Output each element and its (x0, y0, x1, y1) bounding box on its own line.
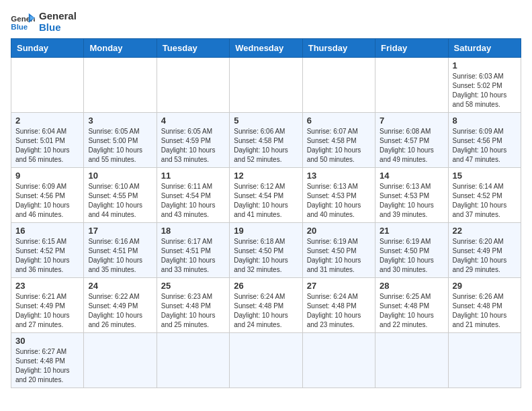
calendar-cell: 9Sunrise: 6:09 AM Sunset: 4:56 PM Daylig… (11, 168, 84, 223)
calendar-week-row: 2Sunrise: 6:04 AM Sunset: 5:01 PM Daylig… (11, 113, 521, 168)
day-info: Sunrise: 6:24 AM Sunset: 4:48 PM Dayligh… (234, 292, 298, 330)
day-info: Sunrise: 6:23 AM Sunset: 4:48 PM Dayligh… (161, 292, 225, 330)
calendar-cell: 28Sunrise: 6:25 AM Sunset: 4:48 PM Dayli… (375, 278, 448, 333)
logo: General Blue General Blue (11, 11, 77, 33)
day-info: Sunrise: 6:18 AM Sunset: 4:50 PM Dayligh… (234, 237, 298, 275)
calendar-week-row: 23Sunrise: 6:21 AM Sunset: 4:49 PM Dayli… (11, 278, 521, 333)
calendar-cell: 29Sunrise: 6:26 AM Sunset: 4:48 PM Dayli… (448, 278, 521, 333)
weekday-header-monday: Monday (84, 39, 157, 58)
calendar-cell (84, 58, 157, 113)
day-info: Sunrise: 6:05 AM Sunset: 4:59 PM Dayligh… (161, 127, 225, 165)
weekday-header-sunday: Sunday (11, 39, 84, 58)
day-number: 15 (453, 171, 517, 181)
day-info: Sunrise: 6:17 AM Sunset: 4:51 PM Dayligh… (161, 237, 225, 275)
day-number: 10 (88, 171, 152, 181)
calendar-cell: 13Sunrise: 6:13 AM Sunset: 4:53 PM Dayli… (302, 168, 375, 223)
day-info: Sunrise: 6:22 AM Sunset: 4:49 PM Dayligh… (88, 292, 152, 330)
svg-text:Blue: Blue (11, 23, 28, 31)
calendar-cell: 12Sunrise: 6:12 AM Sunset: 4:54 PM Dayli… (230, 168, 302, 223)
day-number: 24 (88, 281, 152, 291)
day-number: 3 (88, 116, 152, 126)
calendar-cell: 26Sunrise: 6:24 AM Sunset: 4:48 PM Dayli… (230, 278, 302, 333)
logo-general-text: General (39, 11, 77, 22)
day-info: Sunrise: 6:26 AM Sunset: 4:48 PM Dayligh… (453, 292, 517, 330)
calendar-cell: 4Sunrise: 6:05 AM Sunset: 4:59 PM Daylig… (157, 113, 229, 168)
calendar-cell (157, 333, 229, 388)
calendar-cell: 14Sunrise: 6:13 AM Sunset: 4:53 PM Dayli… (375, 168, 448, 223)
weekday-header-friday: Friday (375, 39, 448, 58)
day-info: Sunrise: 6:25 AM Sunset: 4:48 PM Dayligh… (380, 292, 443, 330)
day-info: Sunrise: 6:08 AM Sunset: 4:57 PM Dayligh… (380, 127, 443, 165)
day-number: 1 (453, 60, 517, 71)
day-info: Sunrise: 6:21 AM Sunset: 4:49 PM Dayligh… (15, 292, 79, 330)
day-info: Sunrise: 6:09 AM Sunset: 4:56 PM Dayligh… (15, 182, 79, 220)
calendar-week-row: 9Sunrise: 6:09 AM Sunset: 4:56 PM Daylig… (11, 168, 521, 223)
day-number: 14 (380, 171, 443, 181)
day-info: Sunrise: 6:19 AM Sunset: 4:50 PM Dayligh… (380, 237, 443, 275)
calendar-cell: 1Sunrise: 6:03 AM Sunset: 5:02 PM Daylig… (448, 58, 521, 113)
day-number: 22 (453, 226, 517, 236)
day-info: Sunrise: 6:13 AM Sunset: 4:53 PM Dayligh… (307, 182, 371, 220)
day-info: Sunrise: 6:14 AM Sunset: 4:52 PM Dayligh… (453, 182, 517, 220)
day-info: Sunrise: 6:24 AM Sunset: 4:48 PM Dayligh… (307, 292, 371, 330)
weekday-header-thursday: Thursday (302, 39, 375, 58)
day-number: 28 (380, 281, 443, 291)
day-info: Sunrise: 6:16 AM Sunset: 4:51 PM Dayligh… (88, 237, 152, 275)
day-info: Sunrise: 6:09 AM Sunset: 4:56 PM Dayligh… (453, 127, 517, 165)
day-info: Sunrise: 6:05 AM Sunset: 5:00 PM Dayligh… (88, 127, 152, 165)
day-number: 19 (234, 226, 298, 236)
day-info: Sunrise: 6:27 AM Sunset: 4:48 PM Dayligh… (15, 347, 79, 385)
calendar-cell: 15Sunrise: 6:14 AM Sunset: 4:52 PM Dayli… (448, 168, 521, 223)
day-info: Sunrise: 6:04 AM Sunset: 5:01 PM Dayligh… (15, 127, 79, 165)
page-header: General Blue General Blue (11, 11, 521, 33)
day-number: 6 (307, 116, 371, 126)
day-number: 26 (234, 281, 298, 291)
calendar-cell: 27Sunrise: 6:24 AM Sunset: 4:48 PM Dayli… (302, 278, 375, 333)
day-info: Sunrise: 6:03 AM Sunset: 5:02 PM Dayligh… (453, 72, 517, 109)
calendar-cell: 6Sunrise: 6:07 AM Sunset: 4:58 PM Daylig… (302, 113, 375, 168)
calendar-cell (84, 333, 157, 388)
calendar-cell: 5Sunrise: 6:06 AM Sunset: 4:58 PM Daylig… (230, 113, 302, 168)
header-row: SundayMondayTuesdayWednesdayThursdayFrid… (11, 39, 521, 58)
calendar-cell: 7Sunrise: 6:08 AM Sunset: 4:57 PM Daylig… (375, 113, 448, 168)
calendar-header: SundayMondayTuesdayWednesdayThursdayFrid… (11, 39, 521, 58)
day-number: 27 (307, 281, 371, 291)
calendar-cell: 16Sunrise: 6:15 AM Sunset: 4:52 PM Dayli… (11, 223, 84, 278)
day-info: Sunrise: 6:15 AM Sunset: 4:52 PM Dayligh… (15, 237, 79, 275)
day-number: 29 (453, 281, 517, 291)
calendar-cell (375, 58, 448, 113)
calendar-cell: 25Sunrise: 6:23 AM Sunset: 4:48 PM Dayli… (157, 278, 229, 333)
day-info: Sunrise: 6:11 AM Sunset: 4:54 PM Dayligh… (161, 182, 225, 220)
calendar-cell (230, 58, 302, 113)
day-info: Sunrise: 6:20 AM Sunset: 4:49 PM Dayligh… (453, 237, 517, 275)
calendar-cell: 2Sunrise: 6:04 AM Sunset: 5:01 PM Daylig… (11, 113, 84, 168)
calendar-cell: 19Sunrise: 6:18 AM Sunset: 4:50 PM Dayli… (230, 223, 302, 278)
calendar-table: SundayMondayTuesdayWednesdayThursdayFrid… (11, 38, 521, 388)
calendar-cell: 30Sunrise: 6:27 AM Sunset: 4:48 PM Dayli… (11, 333, 84, 388)
calendar-week-row: 16Sunrise: 6:15 AM Sunset: 4:52 PM Dayli… (11, 223, 521, 278)
day-info: Sunrise: 6:10 AM Sunset: 4:55 PM Dayligh… (88, 182, 152, 220)
day-number: 5 (234, 116, 298, 126)
calendar-cell (302, 333, 375, 388)
calendar-week-row: 30Sunrise: 6:27 AM Sunset: 4:48 PM Dayli… (11, 333, 521, 388)
calendar-cell: 18Sunrise: 6:17 AM Sunset: 4:51 PM Dayli… (157, 223, 229, 278)
day-info: Sunrise: 6:06 AM Sunset: 4:58 PM Dayligh… (234, 127, 298, 165)
day-number: 2 (15, 116, 79, 126)
day-number: 21 (380, 226, 443, 236)
day-info: Sunrise: 6:12 AM Sunset: 4:54 PM Dayligh… (234, 182, 298, 220)
weekday-header-wednesday: Wednesday (230, 39, 302, 58)
calendar-cell: 11Sunrise: 6:11 AM Sunset: 4:54 PM Dayli… (157, 168, 229, 223)
day-number: 12 (234, 171, 298, 181)
logo-icon: General Blue (11, 12, 35, 32)
day-number: 17 (88, 226, 152, 236)
calendar-cell: 24Sunrise: 6:22 AM Sunset: 4:49 PM Dayli… (84, 278, 157, 333)
day-number: 18 (161, 226, 225, 236)
day-number: 25 (161, 281, 225, 291)
calendar-cell (230, 333, 302, 388)
day-info: Sunrise: 6:19 AM Sunset: 4:50 PM Dayligh… (307, 237, 371, 275)
calendar-cell (375, 333, 448, 388)
day-number: 8 (453, 116, 517, 126)
calendar-cell (157, 58, 229, 113)
day-info: Sunrise: 6:07 AM Sunset: 4:58 PM Dayligh… (307, 127, 371, 165)
day-number: 13 (307, 171, 371, 181)
